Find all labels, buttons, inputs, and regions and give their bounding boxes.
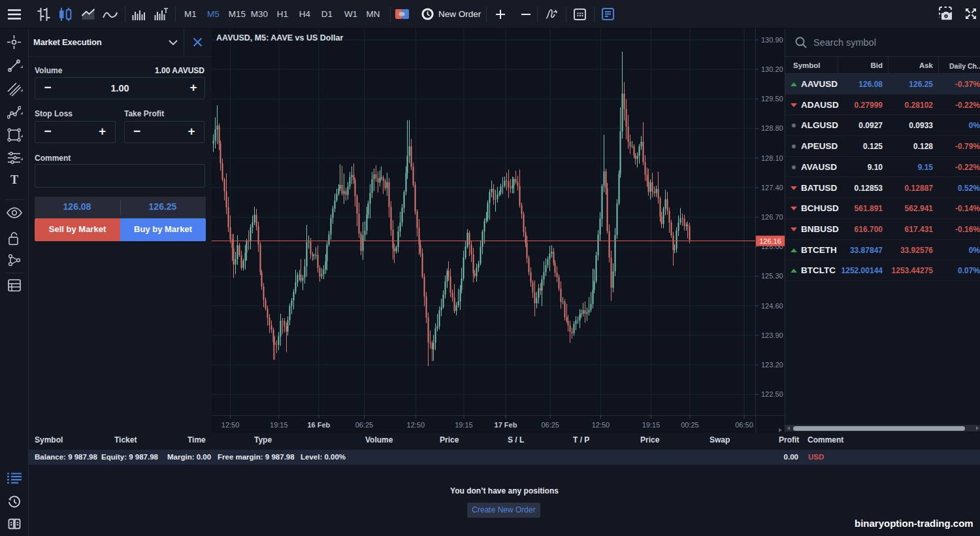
svg-text:126.16: 126.16 bbox=[759, 237, 781, 245]
svg-text:123.20: 123.20 bbox=[761, 361, 783, 369]
svg-text:06:25: 06:25 bbox=[541, 421, 559, 429]
svg-text:16 Feb: 16 Feb bbox=[307, 421, 330, 429]
svg-text:123.90: 123.90 bbox=[761, 331, 783, 339]
svg-text:125.30: 125.30 bbox=[761, 272, 783, 280]
svg-text:12:50: 12:50 bbox=[221, 421, 240, 429]
svg-text:129.50: 129.50 bbox=[761, 95, 783, 103]
svg-text:126.70: 126.70 bbox=[761, 213, 783, 221]
svg-text:130.90: 130.90 bbox=[761, 36, 783, 44]
svg-text:128.80: 128.80 bbox=[761, 124, 783, 132]
svg-text:128.10: 128.10 bbox=[761, 154, 783, 162]
svg-text:06:50: 06:50 bbox=[735, 421, 753, 429]
svg-text:12:50: 12:50 bbox=[592, 421, 610, 429]
svg-text:AAVUSD, M5: AAVE vs US Dollar: AAVUSD, M5: AAVE vs US Dollar bbox=[216, 33, 343, 42]
svg-text:19:15: 19:15 bbox=[270, 421, 288, 429]
svg-text:130.20: 130.20 bbox=[761, 65, 783, 73]
svg-text:124.60: 124.60 bbox=[761, 302, 783, 310]
svg-text:12:50: 12:50 bbox=[407, 421, 425, 429]
svg-text:00:25: 00:25 bbox=[681, 421, 699, 429]
svg-text:17 Feb: 17 Feb bbox=[495, 421, 517, 429]
svg-text:127.40: 127.40 bbox=[761, 184, 783, 192]
svg-text:06:25: 06:25 bbox=[355, 421, 374, 429]
svg-text:19:15: 19:15 bbox=[455, 421, 473, 429]
svg-text:122.50: 122.50 bbox=[761, 390, 783, 398]
svg-text:19:15: 19:15 bbox=[642, 421, 661, 429]
